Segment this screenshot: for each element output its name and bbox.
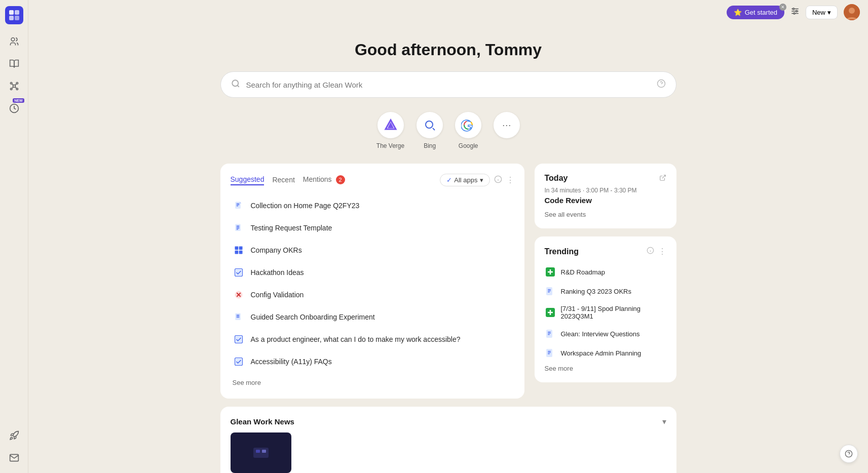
today-title: Today <box>545 174 568 183</box>
more-options-icon[interactable]: ⋮ <box>506 175 514 185</box>
svg-point-6 <box>10 83 12 84</box>
list-item[interactable]: Accessibility (A11y) FAQs <box>231 350 514 373</box>
svg-point-23 <box>232 80 238 86</box>
chevron-down-icon: ▾ <box>827 9 831 16</box>
settings-icon[interactable] <box>790 7 800 18</box>
trending-more-icon[interactable]: ⋮ <box>658 247 666 256</box>
svg-rect-65 <box>548 289 551 290</box>
svg-rect-53 <box>236 316 239 317</box>
new-button[interactable]: New ▾ <box>806 6 838 19</box>
green-plus-icon <box>545 266 556 278</box>
sidebar-item-rocket[interactable] <box>5 426 23 445</box>
svg-line-11 <box>15 84 16 86</box>
user-avatar[interactable] <box>844 4 860 20</box>
trending-item[interactable]: Glean: Interview Questions <box>545 324 666 343</box>
panel-tabs: Suggested Recent Mentions 2 ✓ All apps ▾ <box>231 174 514 186</box>
search-icon <box>231 79 240 90</box>
svg-point-19 <box>796 11 797 12</box>
list-item[interactable]: Company OKRs <box>231 239 514 261</box>
list-item[interactable]: Collection on Home Page Q2FY23 <box>231 194 514 217</box>
google-icon <box>455 112 481 138</box>
svg-rect-64 <box>546 287 552 295</box>
quick-link-the-verge[interactable]: The Verge <box>376 112 404 149</box>
list-item-text: Guided Search Onboarding Experiment <box>251 313 375 321</box>
trending-item[interactable]: R&D Roadmap <box>545 262 666 282</box>
quick-link-more[interactable]: ··· <box>494 112 520 149</box>
tab-mentions[interactable]: Mentions 2 <box>303 175 345 185</box>
see-more-trending-button[interactable]: See more <box>545 365 666 372</box>
tab-suggested[interactable]: Suggested <box>231 175 265 185</box>
trending-info-icon[interactable] <box>647 247 654 256</box>
list-item[interactable]: Hackathon Ideas <box>231 261 514 284</box>
trending-item-text: R&D Roadmap <box>561 268 605 276</box>
svg-rect-39 <box>236 226 239 226</box>
trending-item[interactable]: Ranking Q3 2023 OKRs <box>545 282 666 301</box>
today-card: Today In 34 minutes · 3:00 PM - 3:30 PM … <box>535 164 676 228</box>
see-more-button[interactable]: See more <box>231 377 514 388</box>
blue-doc-icon <box>545 286 556 297</box>
green-plus-icon2 <box>545 307 556 318</box>
check-box-icon3 <box>233 356 245 368</box>
sidebar-item-activity[interactable]: NEW <box>5 99 23 117</box>
doc-lines-icon2 <box>233 311 245 323</box>
external-link-icon[interactable] <box>659 174 666 183</box>
greeting-heading: Good afternoon, Tommy <box>69 41 827 59</box>
right-panel: Today In 34 minutes · 3:00 PM - 3:30 PM … <box>535 164 676 399</box>
news-title: Glean Work News <box>231 417 294 426</box>
svg-point-20 <box>794 13 795 14</box>
svg-rect-35 <box>236 204 239 204</box>
see-all-events-link[interactable]: See all events <box>545 211 666 218</box>
svg-rect-47 <box>235 269 242 277</box>
dropdown-icon: ▾ <box>480 176 483 184</box>
list-item[interactable]: Guided Search Onboarding Experiment <box>231 306 514 328</box>
today-card-header: Today <box>545 174 666 183</box>
svg-point-18 <box>792 8 794 10</box>
sidebar-item-graph[interactable] <box>5 77 23 95</box>
get-started-button[interactable]: ⭐ Get started ✕ <box>727 6 784 19</box>
sidebar-item-people[interactable] <box>5 32 23 51</box>
svg-rect-75 <box>546 349 552 357</box>
info-icon[interactable] <box>494 175 502 185</box>
svg-point-9 <box>16 88 18 90</box>
topbar: ⭐ Get started ✕ New ▾ <box>28 0 868 24</box>
tab-recent[interactable]: Recent <box>272 176 294 185</box>
trending-item[interactable]: Workspace Admin Planning <box>545 343 666 363</box>
svg-rect-76 <box>548 351 551 351</box>
svg-rect-66 <box>548 291 551 291</box>
list-item[interactable]: As a product engineer, what can I do to … <box>231 328 514 350</box>
svg-rect-44 <box>239 247 242 250</box>
close-get-started-icon[interactable]: ✕ <box>779 4 786 11</box>
new-badge: NEW <box>13 98 24 103</box>
quick-link-bing[interactable]: Bing <box>417 112 443 149</box>
list-item-text: Company OKRs <box>251 246 302 254</box>
sidebar-item-mail[interactable] <box>5 449 23 467</box>
list-item[interactable]: Testing Request Template <box>231 217 514 239</box>
mentions-badge: 2 <box>336 175 345 184</box>
svg-rect-56 <box>235 358 242 366</box>
doc-lines-icon <box>233 222 245 234</box>
svg-rect-1 <box>15 10 19 15</box>
the-verge-icon <box>378 112 404 138</box>
trending-item[interactable]: [7/31 - 9/11] Spod Planning 2023Q3M1 <box>545 301 666 324</box>
svg-rect-67 <box>548 292 550 292</box>
sidebar-item-library[interactable] <box>5 55 23 73</box>
news-collapse-icon[interactable]: ▾ <box>662 417 666 426</box>
list-item-text: Hackathon Ideas <box>251 268 304 277</box>
quick-link-google[interactable]: Google <box>455 112 481 149</box>
svg-line-24 <box>237 85 239 87</box>
list-item[interactable]: Config Validation <box>231 284 514 306</box>
check-box-icon <box>233 266 245 279</box>
app-logo[interactable] <box>5 6 23 24</box>
list-item-text: Config Validation <box>251 291 304 299</box>
svg-rect-43 <box>235 247 238 250</box>
search-help-icon[interactable] <box>657 79 666 90</box>
svg-line-30 <box>433 128 435 130</box>
all-apps-button[interactable]: ✓ All apps ▾ <box>440 174 489 186</box>
more-icon: ··· <box>494 112 520 138</box>
tab-right-controls: ✓ All apps ▾ ⋮ <box>440 174 514 186</box>
search-bar <box>220 71 676 98</box>
new-button-label: New <box>812 9 825 16</box>
search-input[interactable] <box>246 81 657 89</box>
help-button[interactable] <box>840 445 858 463</box>
svg-line-10 <box>12 84 13 86</box>
